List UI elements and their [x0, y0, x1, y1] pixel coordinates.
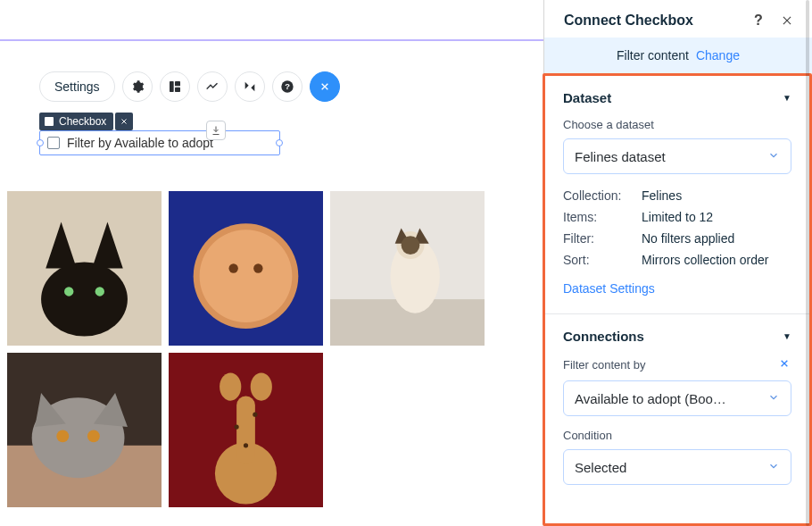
meta-sort-label: Sort: — [563, 253, 634, 267]
condition-label: Condition — [563, 429, 791, 442]
gallery-tile[interactable] — [7, 191, 162, 346]
panel-subheader: Filter content Change — [544, 38, 812, 73]
gallery-tile[interactable] — [169, 191, 323, 346]
refresh-icon[interactable] — [777, 356, 791, 373]
svg-point-8 — [95, 287, 104, 296]
svg-point-30 — [253, 413, 257, 417]
panel-close-icon[interactable] — [778, 14, 796, 27]
svg-point-12 — [228, 263, 237, 272]
svg-point-29 — [235, 424, 239, 429]
svg-rect-26 — [236, 396, 255, 463]
meta-collection-value: Felines — [642, 188, 682, 203]
svg-rect-1 — [175, 81, 180, 86]
filter-by-select[interactable]: Available to adopt (Boo… — [563, 380, 791, 416]
selection-data-badge — [115, 113, 133, 130]
gallery-tile[interactable] — [169, 353, 323, 507]
checkbox-glyph-icon — [45, 117, 54, 126]
resize-handle-left[interactable] — [37, 139, 44, 146]
connections-section-title: Connections — [563, 329, 644, 344]
animate-icon[interactable] — [197, 71, 228, 102]
design-icon[interactable] — [122, 71, 153, 102]
svg-point-6 — [41, 263, 128, 337]
dataset-section-title: Dataset — [563, 90, 611, 105]
svg-rect-0 — [170, 81, 174, 92]
canvas-divider — [0, 39, 543, 41]
resize-handle-right[interactable] — [276, 139, 283, 146]
panel-subheader-text: Filter content — [617, 48, 689, 63]
condition-select[interactable]: Selected — [563, 449, 791, 485]
svg-point-7 — [64, 287, 73, 296]
layout-icon[interactable] — [160, 71, 190, 102]
filter-by-select-value: Available to adopt (Boo… — [575, 391, 767, 406]
meta-items-value: Limited to 12 — [642, 210, 713, 224]
meta-sort-value: Mirrors collection order — [642, 253, 768, 267]
gallery-tile[interactable] — [330, 191, 485, 346]
panel-title: Connect Checkbox — [564, 13, 693, 29]
checkbox-body[interactable]: Filter by Available to adopt — [39, 130, 280, 155]
meta-collection-label: Collection: — [563, 188, 634, 203]
svg-point-31 — [244, 443, 248, 447]
gallery-tile[interactable] — [7, 353, 162, 507]
chevron-down-icon — [767, 391, 780, 406]
selected-checkbox-element[interactable]: Checkbox Filter by Available to adopt — [39, 113, 280, 155]
chevron-down-icon — [767, 149, 780, 164]
highlighted-config-frame: Dataset ▼ Choose a dataset Felines datas… — [543, 73, 812, 526]
panel-header: Connect Checkbox ? — [544, 0, 812, 38]
checkbox-box[interactable] — [47, 137, 60, 149]
checkbox-label: Filter by Available to adopt — [67, 136, 213, 150]
meta-filter-label: Filter: — [563, 231, 634, 246]
filter-by-label: Filter content by — [563, 358, 646, 372]
meta-filter-value: No filters applied — [642, 231, 734, 246]
chevron-down-icon — [767, 460, 780, 475]
choose-dataset-label: Choose a dataset — [563, 118, 791, 131]
panel-help-icon[interactable]: ? — [750, 13, 767, 29]
connect-data-icon[interactable] — [310, 71, 340, 102]
dataset-settings-link[interactable]: Dataset Settings — [563, 281, 655, 296]
attach-handle-icon[interactable] — [206, 121, 226, 140]
dataset-meta: Collection:Felines Items:Limited to 12 F… — [563, 188, 791, 267]
dataset-select[interactable]: Felines dataset — [563, 138, 791, 174]
selection-type-tag: Checkbox — [39, 113, 113, 130]
dataset-select-value: Felines dataset — [575, 149, 767, 164]
connections-section-header[interactable]: Connections ▼ — [545, 314, 809, 356]
svg-point-13 — [253, 263, 262, 272]
svg-point-23 — [87, 430, 100, 443]
svg-point-28 — [251, 372, 272, 400]
chevron-down-icon: ▼ — [783, 93, 791, 103]
help-icon[interactable]: ? — [272, 71, 302, 102]
editor-canvas: Settings ? Chec — [0, 0, 544, 526]
svg-point-18 — [402, 236, 420, 255]
element-toolbar: Settings ? — [39, 71, 340, 102]
settings-button[interactable]: Settings — [39, 71, 115, 102]
connections-section: Connections ▼ Filter content by Availabl… — [545, 313, 809, 503]
chevron-down-icon: ▼ — [783, 331, 791, 341]
dataset-section: Dataset ▼ Choose a dataset Felines datas… — [545, 76, 809, 313]
svg-text:?: ? — [285, 82, 290, 91]
svg-point-11 — [200, 230, 293, 322]
connect-panel: Connect Checkbox ? Filter content Change… — [544, 0, 812, 526]
change-binding-link[interactable]: Change — [696, 48, 740, 63]
condition-select-value: Selected — [575, 460, 767, 475]
svg-point-22 — [56, 430, 69, 443]
image-gallery — [7, 191, 485, 507]
svg-rect-2 — [175, 88, 180, 92]
svg-point-27 — [220, 372, 241, 400]
selection-type-label: Checkbox — [59, 115, 106, 128]
meta-items-label: Items: — [563, 210, 634, 224]
stretch-icon[interactable] — [235, 71, 265, 102]
dataset-section-header[interactable]: Dataset ▼ — [545, 76, 809, 118]
